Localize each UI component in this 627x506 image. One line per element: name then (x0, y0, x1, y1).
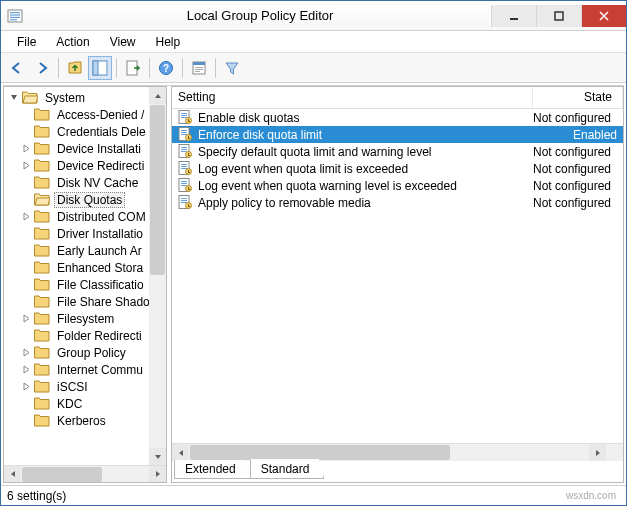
menu-view[interactable]: View (100, 33, 146, 51)
folder-icon (34, 261, 50, 274)
policy-icon (178, 195, 194, 211)
column-state[interactable]: State (533, 87, 623, 108)
toolbar-separator (58, 58, 59, 78)
tree-item[interactable]: Driver Installatio (4, 225, 166, 242)
tree-vertical-scrollbar[interactable] (149, 87, 166, 465)
svg-rect-46 (181, 181, 187, 182)
close-button[interactable] (581, 5, 626, 27)
tree-item[interactable]: iSCSI (4, 378, 166, 395)
tab-extended[interactable]: Extended (174, 460, 251, 479)
options-button[interactable] (187, 56, 211, 80)
expand-icon[interactable] (20, 347, 32, 359)
tree-item[interactable]: Distributed COM (4, 208, 166, 225)
tree-horizontal-scrollbar[interactable] (4, 465, 166, 482)
folder-icon (34, 397, 50, 410)
tree-item[interactable]: Disk Quotas (4, 191, 166, 208)
setting-name: Apply policy to removable media (198, 196, 533, 210)
list-row[interactable]: Enable disk quotasNot configured (172, 109, 623, 126)
tree-item[interactable]: Early Launch Ar (4, 242, 166, 259)
folder-icon (34, 278, 50, 291)
list-horizontal-scrollbar[interactable] (172, 443, 623, 460)
setting-state: Not configured (533, 111, 623, 125)
svg-rect-4 (10, 19, 17, 20)
minimize-button[interactable] (491, 5, 536, 27)
tree-item[interactable]: Folder Redirecti (4, 327, 166, 344)
filter-button[interactable] (220, 56, 244, 80)
tree-item[interactable]: Kerberos (4, 412, 166, 429)
tree-item[interactable]: Enhanced Stora (4, 259, 166, 276)
column-setting[interactable]: Setting (172, 87, 533, 108)
tree-item[interactable]: Internet Commu (4, 361, 166, 378)
scroll-right-icon[interactable] (589, 444, 606, 461)
up-button[interactable] (63, 56, 87, 80)
scroll-left-icon[interactable] (172, 444, 189, 461)
list-row[interactable]: Log event when quota warning level is ex… (172, 177, 623, 194)
tree-item[interactable]: Credentials Dele (4, 123, 166, 140)
expand-icon[interactable] (20, 143, 32, 155)
scroll-down-icon[interactable] (149, 448, 166, 465)
forward-button[interactable] (30, 56, 54, 80)
expand-icon[interactable] (20, 313, 32, 325)
expand-spacer (20, 194, 32, 206)
list-row[interactable]: Enforce disk quota limitEnabled (172, 126, 623, 143)
back-button[interactable] (5, 56, 29, 80)
svg-rect-51 (188, 189, 190, 190)
tree-label: KDC (54, 396, 85, 412)
svg-rect-18 (181, 113, 187, 114)
list-header: Setting State (172, 87, 623, 109)
help-button[interactable]: ? (154, 56, 178, 80)
folder-icon (34, 380, 50, 393)
tree-item[interactable]: Device Installati (4, 140, 166, 157)
policy-icon (178, 110, 194, 126)
svg-rect-6 (555, 12, 563, 20)
scroll-left-icon[interactable] (4, 466, 21, 483)
list-row[interactable]: Apply policy to removable mediaNot confi… (172, 194, 623, 211)
svg-rect-57 (188, 204, 189, 206)
svg-rect-26 (181, 132, 187, 133)
expand-icon[interactable] (20, 211, 32, 223)
tree-label: Group Policy (54, 345, 129, 361)
folder-icon (34, 227, 50, 240)
tree-item[interactable]: File Classificatio (4, 276, 166, 293)
tree-item[interactable]: KDC (4, 395, 166, 412)
tree-item[interactable]: Access-Denied / (4, 106, 166, 123)
list-body[interactable]: Enable disk quotasNot configured Enforce… (172, 109, 623, 443)
menu-action[interactable]: Action (46, 33, 99, 51)
folder-icon (34, 193, 50, 206)
setting-name: Enable disk quotas (198, 111, 533, 125)
tree-body[interactable]: System Access-Denied / Credentials Dele … (4, 87, 166, 465)
tab-standard[interactable]: Standard (250, 459, 325, 479)
scroll-thumb[interactable] (22, 467, 102, 482)
menu-help[interactable]: Help (146, 33, 191, 51)
svg-rect-20 (181, 117, 187, 118)
tree-item[interactable]: Filesystem (4, 310, 166, 327)
svg-rect-19 (181, 115, 187, 116)
folder-icon (22, 91, 38, 104)
tree-item[interactable]: File Share Shado (4, 293, 166, 310)
maximize-button[interactable] (536, 5, 581, 27)
export-button[interactable] (121, 56, 145, 80)
expand-spacer (20, 262, 32, 274)
scroll-thumb[interactable] (190, 445, 450, 460)
menu-file[interactable]: File (7, 33, 46, 51)
expand-icon[interactable] (20, 364, 32, 376)
svg-rect-34 (181, 151, 187, 152)
scroll-thumb[interactable] (150, 105, 165, 275)
expand-icon[interactable] (20, 381, 32, 393)
tree-item[interactable]: Disk NV Cache (4, 174, 166, 191)
tree-label: Enhanced Stora (54, 260, 146, 276)
folder-icon (34, 125, 50, 138)
expand-icon[interactable] (20, 160, 32, 172)
tree-item[interactable]: Group Policy (4, 344, 166, 361)
scroll-right-icon[interactable] (149, 466, 166, 483)
policy-icon (178, 127, 194, 143)
scroll-up-icon[interactable] (149, 87, 166, 104)
tree-item[interactable]: Device Redirecti (4, 157, 166, 174)
svg-rect-39 (181, 164, 187, 165)
list-row[interactable]: Specify default quota limit and warning … (172, 143, 623, 160)
collapse-icon[interactable] (8, 92, 20, 104)
tree-label: Internet Commu (54, 362, 146, 378)
list-row[interactable]: Log event when quota limit is exceededNo… (172, 160, 623, 177)
show-hide-tree-button[interactable] (88, 56, 112, 80)
tree-root-system[interactable]: System (4, 89, 166, 106)
